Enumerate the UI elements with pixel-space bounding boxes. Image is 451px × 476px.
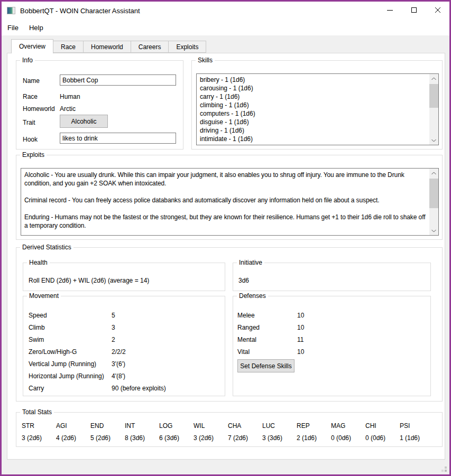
skill-item[interactable]: carry - 1 (1d6) <box>200 92 428 101</box>
tab-race[interactable]: Race <box>53 41 84 53</box>
movement-value: 90 (before exploits) <box>112 385 166 392</box>
skills-legend: Skills <box>196 57 215 64</box>
hook-label: Hook <box>23 136 38 143</box>
title-bar[interactable]: BobbertQT - WOIN Character Assistant <box>2 2 449 20</box>
movement-label: Carry <box>29 385 44 392</box>
stat-column: END 5 (2d6) <box>90 422 125 442</box>
stat-value: 8 (3d6) <box>125 434 159 442</box>
stat-name: CHI <box>365 422 400 430</box>
menu-item-file[interactable]: File <box>3 21 23 35</box>
movement-value: 4'(8') <box>112 372 125 380</box>
menu-item-help[interactable]: Help <box>24 21 48 35</box>
skills-scrollbar[interactable] <box>429 74 438 145</box>
set-defense-skills-button[interactable]: Set Defense Skills <box>237 359 294 372</box>
total-stats-legend: Total Stats <box>20 408 54 416</box>
skill-item[interactable]: computers - 1 (1d6) <box>200 109 428 118</box>
menu-bar: File Help <box>2 20 449 35</box>
info-legend: Info <box>20 57 35 64</box>
homeworld-value: Arctic <box>60 105 76 113</box>
movement-label: Vertical Jump (Running) <box>29 360 96 368</box>
stat-column: INT 8 (3d6) <box>125 422 159 442</box>
movement-value: 3'(6') <box>112 360 125 368</box>
stat-value: 5 (2d6) <box>90 434 125 442</box>
skill-item[interactable]: intimidate - 1 (1d6) <box>200 135 428 143</box>
exploits-text: Alcoholic - You are usually drunk. While… <box>24 171 426 238</box>
maximize-button[interactable] <box>402 2 426 18</box>
resize-grip-icon[interactable] <box>445 470 447 472</box>
skill-item[interactable]: climbing - 1 (1d6) <box>200 101 428 109</box>
exploits-scrollbar[interactable] <box>429 169 438 235</box>
minimize-button[interactable] <box>378 2 402 18</box>
movement-label: Speed <box>29 312 47 319</box>
defense-value: 10 <box>297 312 304 319</box>
tab-homeworld[interactable]: Homeworld <box>84 41 131 53</box>
initiative-value: 3d6 <box>238 277 249 284</box>
exploits-textarea[interactable]: Alcoholic - You are usually drunk. While… <box>21 168 439 236</box>
tab-exploits[interactable]: Exploits <box>169 41 206 53</box>
hook-input[interactable] <box>60 133 176 144</box>
movement-groupbox: Movement Speed 5 Climb 3 Swim 2 Zero/Low… <box>23 296 225 396</box>
total-stats-row: STR 3 (2d6) AGI 4 (2d6) END 5 (2d6) INT … <box>22 422 434 442</box>
close-icon <box>435 7 441 13</box>
defenses-legend: Defenses <box>237 292 268 300</box>
maximize-icon <box>411 7 417 13</box>
movement-row: Carry 90 (before exploits) <box>23 385 225 392</box>
stat-value: 0 (0d6) <box>365 434 400 442</box>
health-value: Roll END (2d6) + WIL (2d6) (average = 14… <box>29 277 149 284</box>
skill-item[interactable]: carousing - 1 (1d6) <box>200 84 428 92</box>
stat-value: 1 (1d6) <box>400 434 434 442</box>
skill-item[interactable]: driving - 1 (1d6) <box>200 126 428 135</box>
skills-list-items: bribery - 1 (1d6) carousing - 1 (1d6) ca… <box>200 76 428 143</box>
stat-value: 7 (2d6) <box>228 434 262 442</box>
trait-button[interactable]: Alcoholic <box>60 115 108 128</box>
app-icon <box>7 7 15 14</box>
stat-name: LOG <box>159 422 194 430</box>
stat-name: AGI <box>56 422 90 430</box>
stat-name: REP <box>297 422 331 430</box>
name-input[interactable] <box>60 74 176 86</box>
defense-row: Ranged 10 <box>233 324 430 331</box>
scrollbar-thumb[interactable] <box>429 179 438 208</box>
health-groupbox: Health Roll END (2d6) + WIL (2d6) (avera… <box>23 263 225 291</box>
scroll-up-icon[interactable] <box>429 74 438 83</box>
movement-row: Vertical Jump (Running) 3'(6') <box>23 360 225 368</box>
minimize-icon <box>387 10 393 11</box>
tab-bar: Overview Race Homeworld Careers Exploits <box>11 39 206 53</box>
movement-row: Speed 5 <box>23 312 225 319</box>
skills-list[interactable]: bribery - 1 (1d6) carousing - 1 (1d6) ca… <box>196 73 439 145</box>
movement-value: 2/2/2 <box>112 348 126 356</box>
skill-item[interactable]: disguise - 1 (1d6) <box>200 118 428 126</box>
derived-statistics-groupbox: Derived Statistics Health Roll END (2d6)… <box>16 247 443 402</box>
tab-overview[interactable]: Overview <box>11 39 53 53</box>
stat-value: 6 (3d6) <box>159 434 194 442</box>
defense-row: Melee 10 <box>233 312 430 319</box>
scrollbar-track[interactable] <box>429 178 438 226</box>
defense-row: Vital 10 <box>233 348 430 356</box>
scroll-down-icon[interactable] <box>429 136 438 145</box>
skill-item[interactable]: bribery - 1 (1d6) <box>200 76 428 84</box>
stat-column: LOG 6 (3d6) <box>159 422 194 442</box>
movement-legend: Movement <box>27 292 61 300</box>
scroll-up-icon[interactable] <box>429 169 438 178</box>
stat-value: 2 (1d6) <box>297 434 331 442</box>
movement-row: Zero/Low/High-G 2/2/2 <box>23 348 225 356</box>
tab-careers[interactable]: Careers <box>131 41 169 53</box>
stat-name: INT <box>125 422 159 430</box>
scrollbar-thumb[interactable] <box>429 84 438 108</box>
stat-column: REP 2 (1d6) <box>297 422 331 442</box>
close-button[interactable] <box>426 2 449 18</box>
defense-row: Mental 11 <box>233 336 430 343</box>
scroll-down-icon[interactable] <box>429 226 438 235</box>
defense-value: 10 <box>297 324 304 331</box>
initiative-legend: Initiative <box>237 259 264 266</box>
name-label: Name <box>23 77 40 85</box>
scrollbar-track[interactable] <box>429 83 438 136</box>
movement-label: Climb <box>29 324 45 331</box>
stat-column: CHI 0 (0d6) <box>365 422 400 442</box>
stat-column: MAG 0 (0d6) <box>331 422 365 442</box>
exploits-legend: Exploits <box>20 151 47 158</box>
movement-row: Horizontal Jump (Running) 4'(8') <box>23 372 225 380</box>
stat-column: WIL 3 (2d6) <box>194 422 228 442</box>
defense-label: Mental <box>237 336 256 343</box>
stat-name: WIL <box>194 422 228 430</box>
